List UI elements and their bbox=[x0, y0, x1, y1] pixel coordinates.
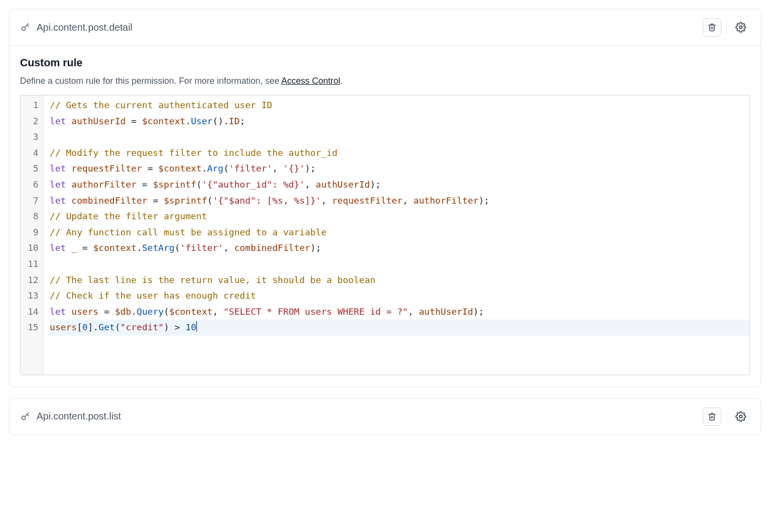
line-number: 5 bbox=[27, 161, 38, 177]
subtitle-prefix: Define a custom rule for this permission… bbox=[20, 76, 281, 86]
code-line[interactable]: let authorFilter = $sprintf('{"author_id… bbox=[50, 177, 750, 193]
panel-header[interactable]: Api.content.post.list bbox=[9, 399, 761, 435]
line-number: 8 bbox=[27, 209, 38, 225]
code-line[interactable]: // Modify the request filter to include … bbox=[50, 145, 750, 161]
line-number: 6 bbox=[27, 177, 38, 193]
line-gutter: 123456789101112131415 bbox=[20, 95, 44, 375]
permission-panel-detail: Api.content.post.detail bbox=[9, 9, 761, 387]
section-heading: Custom rule bbox=[20, 57, 750, 69]
key-icon bbox=[20, 22, 31, 33]
gear-icon bbox=[735, 22, 746, 33]
line-number: 9 bbox=[27, 225, 38, 241]
panel-header[interactable]: Api.content.post.detail bbox=[9, 9, 761, 45]
line-number: 2 bbox=[27, 114, 38, 130]
svg-point-1 bbox=[739, 26, 742, 29]
code-line[interactable]: let combinedFilter = $sprintf('{"$and": … bbox=[50, 193, 750, 209]
code-line[interactable]: // Check if the user has enough credit bbox=[50, 288, 750, 304]
separator bbox=[726, 410, 727, 423]
code-line[interactable]: // The last line is the return value, it… bbox=[50, 272, 750, 288]
settings-button[interactable] bbox=[732, 18, 750, 37]
code-line[interactable]: let users = $db.Query($context, "SELECT … bbox=[50, 304, 750, 320]
panel-title: Api.content.post.detail bbox=[37, 22, 703, 33]
trash-icon bbox=[708, 412, 716, 421]
separator bbox=[726, 21, 727, 34]
panel-actions bbox=[703, 18, 750, 37]
delete-button[interactable] bbox=[703, 18, 721, 37]
code-line[interactable]: // Any function call must be assigned to… bbox=[50, 225, 750, 241]
key-icon bbox=[20, 411, 31, 422]
line-number: 15 bbox=[27, 320, 38, 336]
subtitle-suffix: . bbox=[340, 76, 343, 86]
code-editor[interactable]: 123456789101112131415 // Gets the curren… bbox=[20, 95, 750, 375]
line-number: 12 bbox=[27, 272, 38, 288]
trash-icon bbox=[708, 23, 716, 32]
settings-button[interactable] bbox=[732, 407, 750, 426]
line-number: 7 bbox=[27, 193, 38, 209]
code-line[interactable]: let authUserId = $context.User().ID; bbox=[50, 114, 750, 130]
code-line[interactable]: let requestFilter = $context.Arg('filter… bbox=[50, 161, 750, 177]
section-subtitle: Define a custom rule for this permission… bbox=[20, 76, 750, 86]
panel-actions bbox=[703, 407, 750, 426]
panel-title: Api.content.post.list bbox=[37, 411, 703, 422]
line-number: 14 bbox=[27, 304, 38, 320]
delete-button[interactable] bbox=[703, 407, 721, 426]
line-number: 3 bbox=[27, 129, 38, 145]
line-number: 11 bbox=[27, 256, 38, 272]
code-line[interactable]: let _ = $context.SetArg('filter', combin… bbox=[50, 240, 750, 256]
code-line[interactable]: // Update the filter argument bbox=[50, 209, 750, 225]
code-line[interactable]: users[0].Get("credit") > 10 bbox=[50, 320, 750, 336]
text-cursor bbox=[196, 321, 197, 332]
code-area[interactable]: // Gets the current authenticated user I… bbox=[44, 95, 750, 375]
panel-body: Custom rule Define a custom rule for thi… bbox=[9, 45, 761, 387]
line-number: 13 bbox=[27, 288, 38, 304]
code-line[interactable] bbox=[50, 129, 750, 145]
code-line[interactable] bbox=[50, 256, 750, 272]
line-number: 10 bbox=[27, 240, 38, 256]
line-number: 4 bbox=[27, 145, 38, 161]
svg-point-3 bbox=[739, 415, 742, 418]
permission-panel-list: Api.content.post.list bbox=[9, 398, 761, 435]
access-control-link[interactable]: Access Control bbox=[281, 76, 340, 86]
line-number: 1 bbox=[27, 97, 38, 114]
gear-icon bbox=[735, 411, 746, 422]
code-line[interactable]: // Gets the current authenticated user I… bbox=[50, 97, 750, 114]
